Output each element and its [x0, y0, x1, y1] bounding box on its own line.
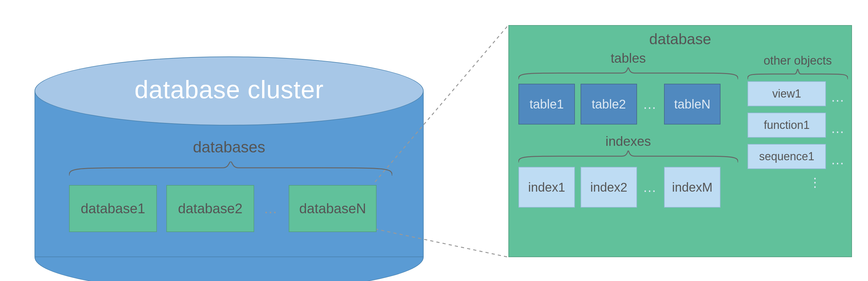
- panel-left-column: tables table1 table2 … tableN indexes in…: [519, 51, 738, 208]
- index-box: indexM: [664, 167, 720, 208]
- other-object-box: function1: [747, 113, 826, 138]
- database-list: database1 database2 … databaseN: [69, 182, 399, 235]
- ellipsis-icon: …: [831, 89, 846, 105]
- table-box: table2: [581, 84, 637, 125]
- ellipsis-icon: …: [643, 96, 658, 112]
- tables-list: table1 table2 … tableN: [519, 84, 738, 125]
- brace-icon: [519, 67, 738, 80]
- ellipsis-icon: …: [264, 201, 279, 216]
- other-object-box: view1: [747, 81, 826, 106]
- vertical-ellipsis-icon: ⋮: [782, 179, 848, 186]
- brace-icon: [519, 151, 738, 163]
- ellipsis-icon: …: [831, 120, 846, 136]
- table-box: tableN: [664, 84, 720, 125]
- brace-icon: [69, 161, 392, 177]
- other-object-box: sequence1: [747, 144, 826, 169]
- indexes-list: index1 index2 … indexM: [519, 167, 738, 208]
- indexes-label: indexes: [519, 134, 738, 149]
- other-objects-label: other objects: [747, 54, 848, 67]
- ellipsis-icon: …: [643, 179, 658, 195]
- database-detail-panel: database tables table1 table2 … tableN i…: [508, 25, 852, 257]
- cluster-subtitle: databases: [34, 138, 424, 156]
- database-box: database2: [166, 185, 254, 232]
- database-box: databaseN: [289, 185, 377, 232]
- index-box: index2: [581, 167, 637, 208]
- table-box: table1: [519, 84, 575, 125]
- database-box: database1: [69, 185, 157, 232]
- panel-title: database: [509, 30, 851, 48]
- cluster-title: database cluster: [34, 75, 424, 104]
- brace-icon: [747, 69, 848, 80]
- panel-right-column: other objects view1 … function1 … sequen…: [747, 54, 848, 186]
- ellipsis-icon: …: [831, 152, 846, 167]
- index-box: index1: [519, 167, 575, 208]
- tables-label: tables: [519, 51, 738, 66]
- database-cluster-cylinder: database cluster databases database1 dat…: [34, 57, 424, 223]
